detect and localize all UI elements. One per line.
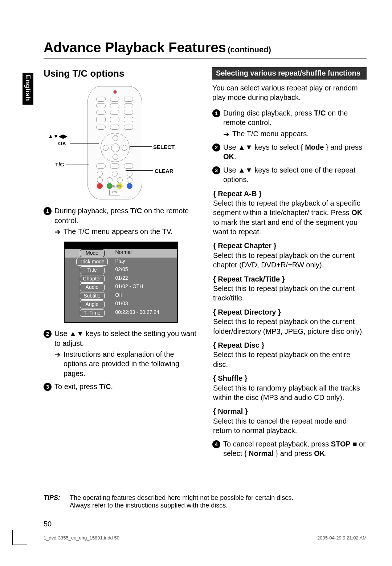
text: STOP (331, 440, 351, 448)
text: To exit, press (54, 383, 99, 391)
step-number-icon: 3 (212, 166, 220, 174)
crop-mark (12, 530, 27, 545)
left-step-1: 1 During playback, press T/C on the remo… (44, 206, 198, 225)
osd-row: Chapter01/22 (65, 275, 177, 283)
text: To cancel repeat playback, press (223, 440, 331, 448)
page-content: Advance Playback Features (continued) Us… (44, 40, 367, 541)
text: . (234, 153, 236, 161)
left-step-1-note: The T/C menu appears on the TV. (54, 227, 198, 236)
osd-row: T- Time00:22:03 - 00:27:24 (65, 309, 177, 317)
text: Normal (249, 449, 274, 457)
left-step-2-note: Instructions and explanation of the opti… (54, 349, 198, 378)
right-step-1: 1 During disc playback, press T/C on the… (212, 108, 367, 128)
intro-text: You can select various repeat play or ra… (212, 83, 367, 102)
step-number-icon: 1 (212, 109, 220, 117)
remote-brand: PHILIPS (87, 185, 142, 189)
text: T/C (99, 383, 111, 391)
page-title: Advance Playback Features (44, 40, 226, 55)
text: T/C (314, 109, 326, 117)
text: Instructions and explanation of the opti… (64, 349, 198, 378)
label-tc: T/C (55, 161, 64, 168)
osd-row: Audio01/02 - OTH (65, 283, 177, 291)
page-title-continued: (continued) (228, 45, 271, 54)
text: T/C (130, 207, 142, 215)
repeat-option: { Normal }Select this to cancel the repe… (213, 407, 367, 435)
left-step-2: 2 Use ▲▼ keys to select the setting you … (44, 329, 198, 348)
osd-row: SubtitleOff (65, 292, 177, 300)
subsection-heading: Selecting various repeat/shuffle functio… (212, 67, 367, 80)
text: Use ▲▼ keys to select { (223, 143, 305, 151)
right-column: Selecting various repeat/shuffle functio… (212, 67, 367, 458)
text: OK (223, 153, 234, 161)
text: OK (314, 449, 325, 457)
osd-menu: ModeNormalTrick modePlayTitle02/05Chapte… (64, 242, 178, 323)
osd-row: Trick modePlay (65, 258, 177, 266)
remote-diagram: PHILIPS RW ▲▼◀▶ OK T/C SELECT CLEAR (44, 86, 198, 202)
osd-row: ModeNormal (65, 249, 177, 257)
left-step-3: 3 To exit, press T/C. (44, 382, 198, 391)
label-select: SELECT (153, 143, 175, 151)
label-ok: OK (58, 140, 66, 147)
left-column: Using T/C options PHILIPS RW (44, 67, 198, 458)
remote-rw-logo: RW (109, 190, 120, 195)
step-number-icon: 1 (44, 207, 52, 215)
right-step-4: 4 To cancel repeat playback, press STOP … (212, 439, 367, 458)
text: } and press (324, 143, 362, 151)
tips-line: The operating features described here mi… (70, 494, 367, 502)
page-number: 50 (44, 520, 52, 528)
repeat-option: { Shuffle }Select this to randomly playb… (213, 373, 367, 402)
repeat-option: { Repeat Chapter }Select this to repeat … (213, 241, 367, 270)
text: . (111, 383, 113, 391)
remote-outline: PHILIPS RW (87, 86, 142, 199)
footer-filename: 1_dvdr3355_eu_eng_15891.indd 50 (44, 535, 119, 541)
osd-row: Title02/05 (65, 266, 177, 274)
tips-label: TIPS: (44, 494, 70, 509)
text: The T/C menu appears. (232, 129, 309, 139)
title-bar: Advance Playback Features (continued) (44, 40, 367, 58)
text: Mode (305, 143, 324, 151)
step-number-icon: 2 (44, 330, 52, 338)
repeat-option: { Repeat Directory }Select this to repea… (213, 307, 367, 336)
label-clear: CLEAR (155, 167, 173, 175)
text: . (325, 449, 327, 457)
tips-line: Always refer to the instructions supplie… (70, 502, 367, 509)
text: The T/C menu appears on the TV. (64, 227, 173, 236)
section-heading: Using T/C options (44, 67, 198, 80)
tips-box: TIPS: The operating features described h… (44, 491, 367, 509)
text: Use ▲▼ keys to select one of the repeat … (223, 165, 367, 185)
repeat-option: { Repeat Disc }Select this to repeat pla… (213, 340, 367, 369)
repeat-option: { Repeat Track/Title }Select this to rep… (213, 274, 367, 303)
osd-row: Angle01/03 (65, 300, 177, 308)
text: During disc playback, press (223, 109, 314, 117)
text: During playback, press (54, 207, 130, 215)
text: } and press (274, 449, 314, 457)
step-number-icon: 4 (212, 440, 220, 448)
print-footer: 1_dvdr3355_eu_eng_15891.indd 50 2005-04-… (44, 535, 367, 541)
footer-timestamp: 2005-04-29 9:21:02 AM (317, 535, 367, 541)
label-arrows: ▲▼◀▶ (48, 133, 68, 140)
right-step-3: 3 Use ▲▼ keys to select one of the repea… (212, 165, 367, 185)
language-tab: English (23, 73, 33, 105)
right-step-2: 2 Use ▲▼ keys to select { Mode } and pre… (212, 142, 367, 162)
step-number-icon: 2 (212, 143, 220, 151)
step-number-icon: 3 (44, 383, 52, 391)
right-step-1-note: The T/C menu appears. (223, 129, 367, 139)
repeat-option: { Repeat A-B }Select this to repeat the … (213, 189, 367, 237)
text: Use ▲▼ keys to select the setting you wa… (54, 329, 198, 348)
